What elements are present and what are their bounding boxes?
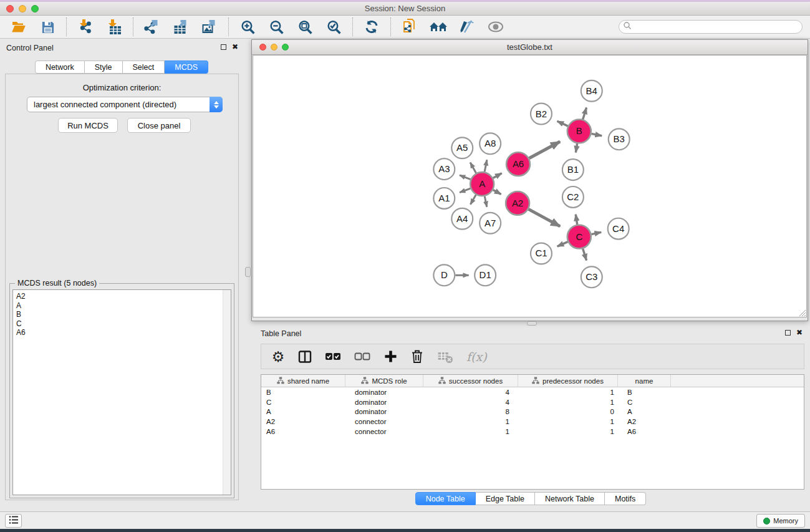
graph-node-A4[interactable]: A4 [451, 208, 473, 230]
memory-button[interactable]: Memory [756, 514, 805, 528]
graph-node-D1[interactable]: D1 [475, 264, 496, 286]
graph-edge-A6-B[interactable] [529, 142, 561, 158]
graph-node-A5[interactable]: A5 [451, 137, 473, 158]
show-graphics-icon[interactable] [485, 17, 507, 36]
graph-node-C1[interactable]: C1 [531, 243, 552, 264]
graph-node-B3[interactable]: B3 [609, 128, 630, 150]
network-canvas[interactable]: AA1A2A3A4A5A6A7A8BB1B2B3B4CC1C2C3C4DD1 [253, 55, 807, 317]
column-header-predecessor-nodes[interactable]: predecessor nodes [518, 375, 618, 387]
table-row[interactable]: Cdominator41C [261, 397, 804, 407]
tab-network-table[interactable]: Network Table [535, 492, 605, 505]
table-row[interactable]: A2connector11A2 [261, 417, 804, 427]
graph-node-A6[interactable]: A6 [506, 152, 530, 176]
tab-edge-table[interactable]: Edge Table [476, 492, 535, 505]
graph-edge-A-A5[interactable] [470, 162, 476, 173]
table-row[interactable]: A6connector11A6 [261, 427, 804, 437]
table-float-panel-icon[interactable] [785, 330, 791, 336]
column-header-MCDS-role[interactable]: MCDS role [345, 375, 423, 387]
split-view-icon[interactable] [298, 349, 312, 365]
horizontal-splitter-grip[interactable] [527, 321, 537, 326]
result-list-item[interactable]: C [16, 319, 231, 329]
graph-edge-A-A7[interactable] [485, 196, 487, 207]
import-table-icon[interactable] [103, 17, 125, 36]
deselect-all-icon[interactable] [354, 349, 370, 365]
clone-network-icon[interactable] [398, 17, 421, 36]
graph-node-C4[interactable]: C4 [608, 218, 629, 239]
graph-edge-B-B4[interactable] [583, 108, 587, 120]
zoom-out-icon[interactable] [265, 17, 287, 36]
graph-node-B2[interactable]: B2 [531, 104, 552, 125]
add-entry-icon[interactable] [383, 349, 397, 365]
graph-edge-C-C2[interactable] [576, 215, 577, 225]
result-list-item[interactable]: A2 [16, 292, 231, 301]
graph-node-A7[interactable]: A7 [480, 213, 501, 234]
search-box[interactable] [619, 20, 803, 34]
zoom-selected-icon[interactable] [322, 17, 345, 36]
graph-node-A8[interactable]: A8 [480, 133, 501, 154]
graph-edge-A-A6[interactable] [493, 173, 502, 178]
graph-edge-A-A3[interactable] [460, 175, 471, 180]
run-mcds-button[interactable]: Run MCDS [58, 118, 118, 133]
graph-edge-A2-C[interactable] [529, 209, 561, 226]
graph-node-A3[interactable]: A3 [433, 158, 455, 180]
home-pair-icon[interactable] [427, 17, 450, 36]
tab-mcds[interactable]: MCDS [165, 60, 208, 74]
zoom-fit-icon[interactable] [294, 17, 316, 36]
vertical-splitter-grip[interactable] [245, 267, 251, 277]
result-list-item[interactable]: A [16, 301, 231, 311]
graph-node-D[interactable]: D [433, 264, 455, 286]
tab-node-table[interactable]: Node Table [415, 492, 476, 505]
export-network-icon[interactable] [141, 17, 163, 36]
graph-edge-B-B2[interactable] [557, 121, 568, 126]
refresh-icon[interactable] [360, 17, 383, 36]
tab-network[interactable]: Network [35, 60, 85, 74]
save-icon[interactable] [36, 17, 59, 36]
open-folder-icon[interactable] [7, 17, 30, 36]
export-table-icon[interactable] [170, 17, 192, 36]
column-header-name[interactable]: name [618, 375, 671, 387]
delete-entry-icon[interactable] [410, 349, 424, 365]
result-list-scrollbar[interactable] [223, 290, 231, 495]
table-row[interactable]: Adominator80A [261, 407, 804, 417]
graph-edge-A-A2[interactable] [493, 190, 501, 195]
result-list-item[interactable]: B [16, 310, 231, 319]
settings-gear-icon[interactable]: ⚙ [271, 349, 285, 365]
tab-select[interactable]: Select [123, 60, 165, 74]
close-panel-button[interactable]: Close panel [127, 118, 191, 133]
graph-edge-C-C1[interactable] [557, 242, 568, 246]
tab-motifs[interactable]: Motifs [605, 492, 646, 505]
tab-style[interactable]: Style [85, 60, 123, 74]
graph-edge-C-C3[interactable] [583, 249, 587, 261]
graph-node-B[interactable]: B [567, 120, 591, 143]
graph-node-A2[interactable]: A2 [506, 191, 529, 215]
graph-edge-A-A4[interactable] [470, 195, 476, 204]
zoom-in-icon[interactable] [236, 17, 259, 36]
float-panel-icon[interactable] [221, 44, 226, 50]
criterion-dropdown[interactable]: largest connected component (directed) [27, 97, 223, 112]
export-image-icon[interactable] [198, 17, 221, 36]
table-row[interactable]: Bdominator41B [261, 387, 804, 397]
select-all-icon[interactable] [325, 349, 341, 365]
result-list-item[interactable]: A6 [16, 328, 231, 337]
column-header-successor-nodes[interactable]: successor nodes [423, 375, 518, 387]
status-menu-button[interactable] [5, 514, 22, 528]
graph-edge-A-A1[interactable] [460, 188, 470, 193]
graph-node-B4[interactable]: B4 [581, 80, 602, 102]
table-close-panel-icon[interactable]: ✖ [796, 329, 803, 336]
close-panel-icon[interactable]: ✖ [232, 44, 238, 50]
mcds-result-list[interactable]: A2ABCA6 [12, 289, 231, 495]
graph-node-B1[interactable]: B1 [562, 159, 584, 180]
graph-node-C[interactable]: C [567, 225, 591, 249]
graph-node-A1[interactable]: A1 [433, 188, 455, 209]
graph-node-C2[interactable]: C2 [562, 186, 584, 208]
import-network-icon[interactable] [74, 17, 97, 36]
graph-edge-B-B3[interactable] [591, 133, 602, 135]
graph-node-C3[interactable]: C3 [581, 266, 602, 288]
graph-edge-A-A8[interactable] [485, 160, 487, 172]
column-header-shared-name[interactable]: shared name [261, 375, 345, 387]
graph-edge-C-C4[interactable] [591, 232, 601, 234]
search-input[interactable] [632, 21, 802, 32]
graph-node-A[interactable]: A [470, 172, 494, 196]
window-resize-grip[interactable] [798, 308, 806, 317]
hide-label-icon[interactable] [456, 17, 478, 36]
